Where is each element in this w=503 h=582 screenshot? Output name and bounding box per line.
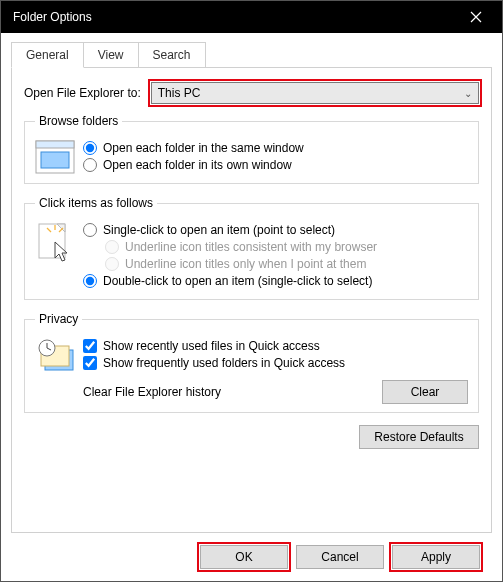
check-frequent-row[interactable]: Show frequently used folders in Quick ac… bbox=[83, 356, 468, 370]
radio-underline-browser-row: Underline icon titles consistent with my… bbox=[105, 240, 468, 254]
tab-panel-general: Open File Explorer to: This PC ⌄ Browse … bbox=[11, 67, 492, 533]
radio-single-click-label: Single-click to open an item (point to s… bbox=[103, 223, 335, 237]
page-cursor-icon bbox=[35, 222, 75, 268]
restore-defaults-button[interactable]: Restore Defaults bbox=[359, 425, 479, 449]
radio-single-click-row[interactable]: Single-click to open an item (point to s… bbox=[83, 223, 468, 237]
check-recent-row[interactable]: Show recently used files in Quick access bbox=[83, 339, 468, 353]
click-items-icon bbox=[35, 220, 83, 268]
radio-same-window-label: Open each folder in the same window bbox=[103, 141, 304, 155]
check-recent-files[interactable] bbox=[83, 339, 97, 353]
radio-own-window[interactable] bbox=[83, 158, 97, 172]
client-area: General View Search Open File Explorer t… bbox=[1, 33, 502, 581]
tab-strip: General View Search bbox=[11, 42, 492, 68]
privacy-group: Privacy Show re bbox=[24, 312, 479, 413]
check-frequent-folders[interactable] bbox=[83, 356, 97, 370]
titlebar: Folder Options bbox=[1, 1, 502, 33]
open-explorer-label: Open File Explorer to: bbox=[24, 86, 141, 100]
radio-double-click[interactable] bbox=[83, 274, 97, 288]
radio-same-window-row[interactable]: Open each folder in the same window bbox=[83, 141, 468, 155]
folder-options-dialog: Folder Options General View Search Open … bbox=[0, 0, 503, 582]
cancel-button[interactable]: Cancel bbox=[296, 545, 384, 569]
radio-underline-point-label: Underline icon titles only when I point … bbox=[125, 257, 366, 271]
check-recent-files-label: Show recently used files in Quick access bbox=[103, 339, 320, 353]
browse-folders-group: Browse folders Open each folder in the s… bbox=[24, 114, 479, 184]
radio-underline-browser-label: Underline icon titles consistent with my… bbox=[125, 240, 377, 254]
privacy-legend: Privacy bbox=[35, 312, 82, 326]
tab-general[interactable]: General bbox=[11, 42, 84, 68]
window-title: Folder Options bbox=[13, 10, 456, 24]
check-frequent-folders-label: Show frequently used folders in Quick ac… bbox=[103, 356, 345, 370]
ok-button[interactable]: OK bbox=[200, 545, 288, 569]
open-explorer-value: This PC bbox=[158, 86, 464, 100]
svg-rect-2 bbox=[41, 152, 69, 168]
clear-history-label: Clear File Explorer history bbox=[83, 385, 382, 399]
radio-double-click-row[interactable]: Double-click to open an item (single-cli… bbox=[83, 274, 468, 288]
radio-own-window-row[interactable]: Open each folder in its own window bbox=[83, 158, 468, 172]
dialog-footer: OK Cancel Apply bbox=[11, 533, 492, 581]
radio-underline-point-row: Underline icon titles only when I point … bbox=[105, 257, 468, 271]
tab-search[interactable]: Search bbox=[139, 42, 206, 68]
restore-defaults-row: Restore Defaults bbox=[24, 425, 479, 449]
radio-underline-browser bbox=[105, 240, 119, 254]
click-items-legend: Click items as follows bbox=[35, 196, 157, 210]
close-button[interactable] bbox=[456, 3, 496, 31]
click-items-group: Click items as follows bbox=[24, 196, 479, 300]
svg-rect-1 bbox=[36, 141, 74, 148]
radio-underline-point bbox=[105, 257, 119, 271]
windows-folder-icon bbox=[35, 140, 75, 174]
clear-history-row: Clear File Explorer history Clear bbox=[83, 380, 468, 404]
close-icon bbox=[470, 11, 482, 23]
clear-button[interactable]: Clear bbox=[382, 380, 468, 404]
browse-folders-legend: Browse folders bbox=[35, 114, 122, 128]
clock-folder-icon bbox=[35, 338, 77, 374]
browse-folders-icon bbox=[35, 138, 83, 174]
apply-button[interactable]: Apply bbox=[392, 545, 480, 569]
chevron-down-icon: ⌄ bbox=[464, 88, 472, 99]
privacy-icon bbox=[35, 336, 83, 374]
tab-view[interactable]: View bbox=[84, 42, 139, 68]
open-explorer-row: Open File Explorer to: This PC ⌄ bbox=[24, 82, 479, 104]
open-explorer-dropdown[interactable]: This PC ⌄ bbox=[151, 82, 479, 104]
radio-same-window[interactable] bbox=[83, 141, 97, 155]
radio-double-click-label: Double-click to open an item (single-cli… bbox=[103, 274, 372, 288]
radio-own-window-label: Open each folder in its own window bbox=[103, 158, 292, 172]
radio-single-click[interactable] bbox=[83, 223, 97, 237]
